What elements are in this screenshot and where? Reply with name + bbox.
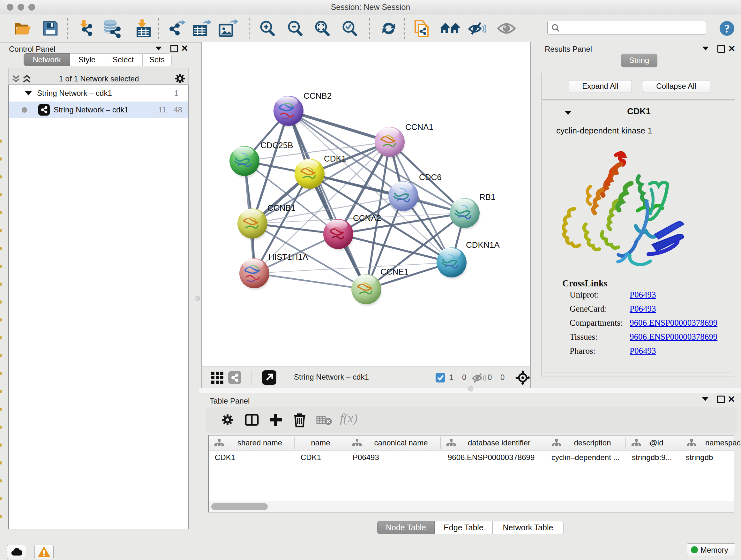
svg-text:CCNA2: CCNA2 bbox=[353, 213, 381, 223]
svg-text:CDC6: CDC6 bbox=[419, 172, 442, 182]
svg-text:CDK1: CDK1 bbox=[324, 154, 346, 164]
svg-text:HIST1H1A: HIST1H1A bbox=[268, 252, 308, 262]
svg-text:CCNA1: CCNA1 bbox=[405, 122, 433, 132]
svg-text:CCNB2: CCNB2 bbox=[304, 91, 332, 101]
svg-text:CDKN1A: CDKN1A bbox=[466, 240, 500, 250]
svg-text:?: ? bbox=[724, 22, 730, 35]
svg-text:CCNE1: CCNE1 bbox=[381, 267, 408, 276]
svg-text:RB1: RB1 bbox=[479, 192, 495, 202]
svg-text:CCNB1: CCNB1 bbox=[267, 203, 295, 212]
svg-text:CDC25B: CDC25B bbox=[260, 140, 293, 150]
